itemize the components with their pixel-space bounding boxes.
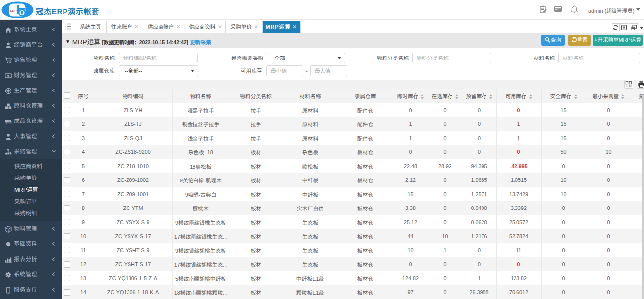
svg-text:ERP: ERP xyxy=(10,9,17,12)
